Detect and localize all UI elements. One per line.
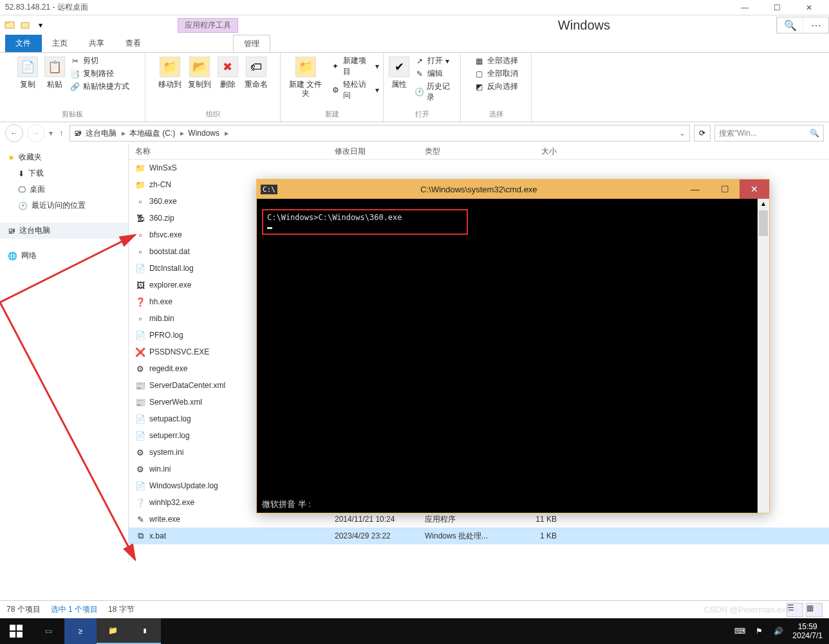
file-icon: ▫ [135, 230, 145, 240]
view-icons-button[interactable]: ▦ [806, 603, 823, 617]
sidebar-this-pc[interactable]: 🖳这台电脑 [0, 223, 128, 239]
back-button[interactable]: ← [5, 124, 23, 142]
status-selected: 选中 1 个项目 [51, 604, 98, 615]
cut-button[interactable]: ✂剪切 [70, 55, 129, 66]
col-size[interactable]: 大小 [518, 146, 557, 157]
invert-selection-button[interactable]: ◩反向选择 [474, 81, 518, 92]
tab-view[interactable]: 查看 [115, 35, 152, 52]
close-button[interactable]: ✕ [794, 1, 824, 15]
ribbon-group-select: ▦全部选择 ▢全部取消 ◩反向选择 选择 [461, 53, 532, 122]
status-item-count: 78 个项目 [6, 604, 41, 615]
file-row[interactable]: ⧉x.bat 2023/4/29 23:22 Windows 批处理... 1 … [129, 528, 829, 544]
easy-access-button[interactable]: ⚙轻松访问 ▾ [330, 79, 379, 101]
qat-dropdown-icon[interactable]: ▾ [33, 18, 48, 32]
crumb-disk-c[interactable]: 本地磁盘 (C:) [129, 128, 184, 139]
column-headers[interactable]: 名称 修改日期 类型 大小 [129, 144, 829, 160]
new-folder-button[interactable]: 📁新建 文件夹 [284, 55, 326, 100]
tab-share[interactable]: 共享 [79, 35, 115, 52]
ribbon: 📄复制 📋粘贴 ✂剪切 📑复制路径 🔗粘贴快捷方式 剪贴板 📁移动到 📂复制到 … [0, 53, 829, 122]
cmd-window[interactable]: C:\ C:\Windows\system32\cmd.exe — ☐ ✕ C:… [256, 179, 770, 513]
cmd-body[interactable]: C:\Windows>C:\Windows\360.exe 微软拼音 半 : [257, 199, 769, 513]
breadcrumb[interactable]: 🖳 这台电脑 本地磁盘 (C:) Windows ⌄ [70, 125, 690, 142]
open-button[interactable]: ↗打开 ▾ [414, 55, 456, 66]
tab-home[interactable]: 主页 [42, 35, 79, 52]
delete-button[interactable]: ✖删除 [216, 55, 239, 90]
file-date: 2014/11/21 10:24 [335, 515, 425, 524]
ribbon-group-organize: 📁移动到 📂复制到 ✖删除 🏷重命名 组织 [145, 53, 281, 122]
cmd-title-text: C:\Windows\system32\cmd.exe [277, 185, 680, 194]
tab-manage[interactable]: 管理 [233, 35, 270, 52]
file-row[interactable]: 📁WinSxS [129, 160, 829, 176]
edit-button[interactable]: ✎编辑 [414, 68, 456, 79]
taskbar-server-manager[interactable]: ▭ [32, 618, 64, 644]
sidebar-downloads[interactable]: ⬇下载 [0, 165, 128, 181]
svg-rect-2 [21, 23, 29, 28]
taskbar-cmd[interactable]: ▮ [129, 618, 161, 644]
file-name: zh-CN [149, 180, 171, 189]
sidebar-favorites[interactable]: ★收藏夹 [0, 149, 128, 165]
status-bytes: 18 字节 [108, 604, 135, 615]
copy-to-button[interactable]: 📂复制到 [187, 55, 212, 90]
ribbon-group-clipboard: 📄复制 📋粘贴 ✂剪切 📑复制路径 🔗粘贴快捷方式 剪贴板 [0, 53, 145, 122]
search-input[interactable]: 搜索"Win... 🔍 [714, 125, 824, 142]
taskbar-powershell[interactable]: ≥ [64, 618, 97, 644]
rename-button[interactable]: 🏷重命名 [243, 55, 269, 90]
address-dropdown-icon[interactable]: ⌄ [679, 129, 685, 138]
cmd-titlebar[interactable]: C:\ C:\Windows\system32\cmd.exe — ☐ ✕ [257, 179, 769, 199]
explorer-search-icon[interactable]: 🔍 [777, 17, 803, 33]
explorer-more-icon[interactable]: ⋯ [803, 17, 828, 33]
col-name[interactable]: 名称 [135, 146, 335, 157]
minimize-button[interactable]: — [730, 1, 759, 15]
file-name: mib.bin [149, 314, 174, 323]
file-size: 11 KB [518, 515, 557, 524]
tray-volume-icon[interactable]: 🔊 [769, 618, 787, 644]
taskbar-clock[interactable]: 15:592024/7/1 [788, 622, 826, 641]
select-none-button[interactable]: ▢全部取消 [474, 68, 518, 79]
ribbon-tabs: 文件 主页 共享 查看 管理 [0, 35, 829, 53]
cmd-scrollbar[interactable]: ▴ [758, 199, 769, 513]
file-icon: 🗜 [135, 213, 145, 223]
tray-flag-icon[interactable]: ⚑ [750, 618, 768, 644]
paste-shortcut-button[interactable]: 🔗粘贴快捷方式 [70, 81, 129, 92]
tray-ime-icon[interactable]: ⌨ [731, 618, 749, 644]
file-name: bfsvc.exe [149, 230, 182, 239]
file-name: hh.exe [149, 297, 172, 306]
col-date[interactable]: 修改日期 [335, 146, 425, 157]
crumb-this-pc[interactable]: 这台电脑 [86, 128, 126, 139]
crumb-windows[interactable]: Windows [188, 129, 228, 138]
tab-file[interactable]: 文件 [5, 35, 42, 52]
explorer-window-controls: 🔍 ⋯ [776, 17, 829, 33]
svg-rect-6 [17, 625, 23, 630]
properties-button[interactable]: ✔属性 [387, 55, 411, 90]
forward-button[interactable]: → [27, 124, 45, 142]
file-name: WindowsUpdate.log [149, 481, 218, 490]
start-button[interactable] [0, 618, 32, 644]
col-type[interactable]: 类型 [425, 146, 518, 157]
refresh-button[interactable]: ⟳ [694, 125, 711, 142]
cmd-minimize-button[interactable]: — [680, 179, 710, 199]
sidebar-desktop[interactable]: 🖵桌面 [0, 181, 128, 198]
history-button[interactable]: 🕑历史记录 [414, 81, 456, 103]
cmd-close-button[interactable]: ✕ [740, 179, 769, 199]
recent-locations-button[interactable]: ▾ [49, 129, 53, 138]
cmd-maximize-button[interactable]: ☐ [710, 179, 740, 199]
app-tools-tab[interactable]: 应用程序工具 [178, 18, 238, 33]
file-type: 应用程序 [425, 514, 518, 525]
file-icon: ▫ [135, 196, 145, 207]
maximize-button[interactable]: ☐ [762, 1, 792, 15]
up-button[interactable]: ↑ [57, 129, 66, 138]
paste-button[interactable]: 📋粘贴 [43, 55, 66, 90]
taskbar-explorer[interactable]: 📁 [97, 618, 129, 644]
sidebar-network[interactable]: 🌐网络 [0, 248, 128, 264]
file-icon: 📄 [135, 263, 145, 273]
copy-path-button[interactable]: 📑复制路径 [70, 68, 129, 79]
select-all-button[interactable]: ▦全部选择 [474, 55, 518, 66]
new-item-button[interactable]: ✦新建项目 ▾ [330, 55, 379, 77]
file-icon: ❔ [135, 497, 145, 508]
sidebar-recent[interactable]: 🕑最近访问的位置 [0, 198, 128, 214]
qat-new-folder-icon[interactable] [18, 18, 32, 32]
file-name: regedit.exe [149, 364, 187, 373]
copy-button[interactable]: 📄复制 [16, 55, 39, 90]
move-to-button[interactable]: 📁移动到 [157, 55, 183, 90]
file-icon: 📄 [135, 414, 145, 424]
